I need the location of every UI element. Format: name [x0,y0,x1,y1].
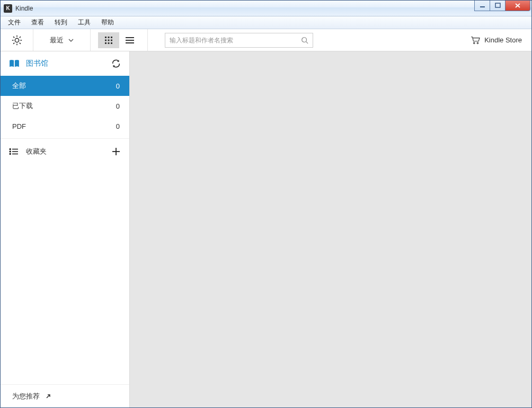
search-icon [301,37,308,44]
filter-label: 已下载 [12,101,33,111]
kindle-store-link[interactable]: Kindle Store [461,29,531,51]
book-icon [9,59,20,68]
svg-rect-14 [105,39,107,41]
menu-help[interactable]: 帮助 [96,16,119,29]
chevron-down-icon [68,37,74,43]
brightness-icon [11,34,23,46]
sidebar-collections-header[interactable]: 收藏夹 [1,138,129,164]
maximize-button[interactable] [490,1,506,11]
svg-line-8 [19,42,20,43]
grid-view-button[interactable] [98,32,119,48]
menu-tools[interactable]: 工具 [73,16,96,29]
cart-icon [471,36,480,45]
menubar: 文件 查看 转到 工具 帮助 [1,16,531,29]
collections-icon [9,148,19,155]
minimize-button[interactable] [474,1,490,11]
menu-goto[interactable]: 转到 [49,16,73,29]
menu-view[interactable]: 查看 [26,16,49,29]
svg-line-9 [13,42,14,43]
list-view-button[interactable] [119,32,140,48]
external-arrow-icon [45,393,51,400]
svg-point-31 [10,153,11,154]
svg-rect-19 [111,42,112,44]
titlebar: K Kindle [1,1,531,16]
sidebar: 图书馆 全部 0 已下载 0 PDF 0 [1,51,130,407]
svg-point-26 [477,42,478,43]
brightness-button[interactable] [1,29,33,51]
toolbar: 最近 [1,29,531,51]
filter-label: 全部 [12,81,26,91]
sort-label: 最近 [50,36,64,45]
app-icon: K [4,4,12,13]
library-label: 图书馆 [26,59,105,68]
filter-count: 0 [116,122,120,130]
list-icon [125,36,135,45]
svg-rect-11 [105,37,107,38]
grid-icon [104,36,113,45]
svg-point-27 [10,148,11,149]
window-title: Kindle [15,5,33,12]
svg-rect-0 [480,6,485,7]
search-input[interactable] [170,37,301,44]
svg-rect-18 [108,42,109,44]
svg-rect-12 [108,37,109,38]
filter-count: 0 [116,102,120,110]
svg-line-24 [306,41,308,43]
svg-rect-1 [495,3,500,7]
add-icon[interactable] [111,147,121,156]
sidebar-item-downloaded[interactable]: 已下载 0 [1,96,129,116]
sidebar-filters: 全部 0 已下载 0 PDF 0 [1,76,129,136]
svg-line-7 [13,37,14,38]
sidebar-item-all[interactable]: 全部 0 [1,76,129,96]
collections-label: 收藏夹 [26,147,104,156]
sidebar-recommended[interactable]: 为您推荐 [1,384,129,407]
search-box[interactable] [165,33,313,48]
recommended-label: 为您推荐 [12,392,40,401]
svg-point-25 [474,42,475,43]
store-label: Kindle Store [484,36,522,44]
svg-rect-17 [105,42,107,44]
content-area [130,51,531,407]
filter-label: PDF [12,122,26,130]
svg-point-2 [15,38,19,42]
filter-count: 0 [116,82,120,90]
close-button[interactable] [505,1,530,11]
sidebar-item-pdf[interactable]: PDF 0 [1,116,129,136]
sidebar-library-header[interactable]: 图书馆 [1,51,129,76]
menu-file[interactable]: 文件 [3,16,26,29]
sync-icon[interactable] [111,59,121,68]
svg-rect-13 [111,37,112,38]
svg-rect-15 [108,39,109,41]
svg-line-10 [19,37,20,38]
svg-rect-16 [111,39,112,41]
svg-point-29 [10,151,11,152]
sort-dropdown[interactable]: 最近 [33,29,91,51]
svg-point-23 [302,37,307,42]
